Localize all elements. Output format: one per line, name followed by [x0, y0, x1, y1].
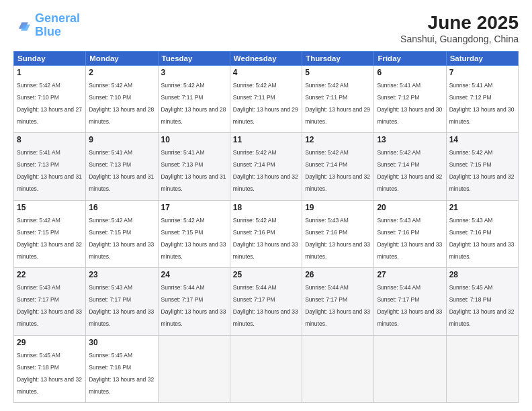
empty-cell [230, 335, 302, 402]
day-info: Sunrise: 5:45 AMSunset: 7:18 PMDaylight:… [89, 352, 154, 395]
calendar-week-row: 22 Sunrise: 5:43 AMSunset: 7:17 PMDaylig… [14, 268, 519, 335]
day-number: 23 [89, 270, 154, 279]
table-row: 19 Sunrise: 5:43 AMSunset: 7:16 PMDaylig… [302, 200, 374, 267]
day-info: Sunrise: 5:41 AMSunset: 7:12 PMDaylight:… [377, 82, 442, 125]
day-number: 21 [449, 203, 515, 212]
table-row: 5 Sunrise: 5:42 AMSunset: 7:11 PMDayligh… [302, 66, 374, 133]
table-row: 6 Sunrise: 5:41 AMSunset: 7:12 PMDayligh… [374, 66, 446, 133]
day-number: 16 [89, 203, 154, 212]
day-number: 12 [305, 135, 371, 144]
table-row: 23 Sunrise: 5:43 AMSunset: 7:17 PMDaylig… [86, 268, 158, 335]
day-info: Sunrise: 5:41 AMSunset: 7:12 PMDaylight:… [449, 82, 515, 125]
day-info: Sunrise: 5:42 AMSunset: 7:14 PMDaylight:… [233, 149, 298, 192]
day-number: 30 [89, 338, 154, 347]
day-info: Sunrise: 5:41 AMSunset: 7:13 PMDaylight:… [89, 149, 154, 192]
day-number: 14 [449, 135, 515, 144]
day-info: Sunrise: 5:42 AMSunset: 7:10 PMDaylight:… [17, 82, 82, 125]
table-row: 18 Sunrise: 5:42 AMSunset: 7:16 PMDaylig… [230, 200, 302, 267]
empty-cell [446, 335, 518, 402]
table-row: 4 Sunrise: 5:42 AMSunset: 7:11 PMDayligh… [230, 66, 302, 133]
day-info: Sunrise: 5:45 AMSunset: 7:18 PMDaylight:… [17, 352, 82, 395]
header-saturday: Saturday [446, 52, 518, 66]
table-row: 16 Sunrise: 5:42 AMSunset: 7:15 PMDaylig… [86, 200, 158, 267]
calendar-week-row: 1 Sunrise: 5:42 AMSunset: 7:10 PMDayligh… [14, 66, 519, 133]
title-block: June 2025 Sanshui, Guangdong, China [400, 12, 519, 44]
day-info: Sunrise: 5:42 AMSunset: 7:11 PMDaylight:… [161, 82, 226, 125]
logo: General Blue [13, 12, 80, 39]
table-row: 26 Sunrise: 5:44 AMSunset: 7:17 PMDaylig… [302, 268, 374, 335]
month-title: June 2025 [400, 12, 519, 34]
day-info: Sunrise: 5:43 AMSunset: 7:17 PMDaylight:… [17, 284, 82, 327]
day-number: 13 [377, 135, 443, 144]
day-info: Sunrise: 5:42 AMSunset: 7:11 PMDaylight:… [305, 82, 370, 125]
day-number: 7 [449, 68, 515, 77]
header-sunday: Sunday [14, 52, 86, 66]
table-row: 11 Sunrise: 5:42 AMSunset: 7:14 PMDaylig… [230, 133, 302, 200]
day-info: Sunrise: 5:41 AMSunset: 7:13 PMDaylight:… [17, 149, 82, 192]
day-info: Sunrise: 5:42 AMSunset: 7:16 PMDaylight:… [233, 217, 298, 260]
calendar-week-row: 29 Sunrise: 5:45 AMSunset: 7:18 PMDaylig… [14, 335, 519, 402]
table-row: 28 Sunrise: 5:45 AMSunset: 7:18 PMDaylig… [446, 268, 518, 335]
empty-cell [374, 335, 446, 402]
day-number: 29 [17, 338, 83, 347]
table-row: 17 Sunrise: 5:42 AMSunset: 7:15 PMDaylig… [158, 200, 230, 267]
day-number: 20 [377, 203, 443, 212]
day-number: 28 [449, 270, 515, 279]
table-row: 8 Sunrise: 5:41 AMSunset: 7:13 PMDayligh… [14, 133, 86, 200]
day-number: 24 [161, 270, 227, 279]
table-row: 3 Sunrise: 5:42 AMSunset: 7:11 PMDayligh… [158, 66, 230, 133]
header-wednesday: Wednesday [230, 52, 302, 66]
day-number: 27 [377, 270, 443, 279]
table-row: 10 Sunrise: 5:41 AMSunset: 7:13 PMDaylig… [158, 133, 230, 200]
day-info: Sunrise: 5:42 AMSunset: 7:10 PMDaylight:… [89, 82, 154, 125]
table-row: 12 Sunrise: 5:42 AMSunset: 7:14 PMDaylig… [302, 133, 374, 200]
day-info: Sunrise: 5:42 AMSunset: 7:15 PMDaylight:… [449, 149, 515, 192]
day-number: 2 [89, 68, 154, 77]
table-row: 22 Sunrise: 5:43 AMSunset: 7:17 PMDaylig… [14, 268, 86, 335]
day-number: 19 [305, 203, 371, 212]
day-number: 5 [305, 68, 371, 77]
table-row: 2 Sunrise: 5:42 AMSunset: 7:10 PMDayligh… [86, 66, 158, 133]
empty-cell [158, 335, 230, 402]
logo-line1: General [35, 11, 80, 25]
day-info: Sunrise: 5:45 AMSunset: 7:18 PMDaylight:… [449, 284, 515, 327]
day-number: 25 [233, 270, 299, 279]
day-info: Sunrise: 5:44 AMSunset: 7:17 PMDaylight:… [233, 284, 298, 327]
table-row: 21 Sunrise: 5:43 AMSunset: 7:16 PMDaylig… [446, 200, 518, 267]
day-info: Sunrise: 5:42 AMSunset: 7:15 PMDaylight:… [17, 217, 82, 260]
header-thursday: Thursday [302, 52, 374, 66]
table-row: 14 Sunrise: 5:42 AMSunset: 7:15 PMDaylig… [446, 133, 518, 200]
day-number: 1 [17, 68, 83, 77]
header-tuesday: Tuesday [158, 52, 230, 66]
logo-icon [13, 16, 32, 35]
table-row: 7 Sunrise: 5:41 AMSunset: 7:12 PMDayligh… [446, 66, 518, 133]
day-info: Sunrise: 5:42 AMSunset: 7:15 PMDaylight:… [89, 217, 154, 260]
day-info: Sunrise: 5:42 AMSunset: 7:14 PMDaylight:… [377, 149, 442, 192]
day-info: Sunrise: 5:44 AMSunset: 7:17 PMDaylight:… [161, 284, 226, 327]
day-number: 4 [233, 68, 299, 77]
day-info: Sunrise: 5:44 AMSunset: 7:17 PMDaylight:… [305, 284, 370, 327]
header-monday: Monday [86, 52, 158, 66]
location: Sanshui, Guangdong, China [400, 34, 519, 44]
table-row: 13 Sunrise: 5:42 AMSunset: 7:14 PMDaylig… [374, 133, 446, 200]
day-number: 3 [161, 68, 227, 77]
day-info: Sunrise: 5:42 AMSunset: 7:11 PMDaylight:… [233, 82, 298, 125]
day-number: 26 [305, 270, 371, 279]
day-info: Sunrise: 5:43 AMSunset: 7:16 PMDaylight:… [305, 217, 370, 260]
day-number: 22 [17, 270, 83, 279]
day-number: 9 [89, 135, 154, 144]
table-row: 27 Sunrise: 5:44 AMSunset: 7:17 PMDaylig… [374, 268, 446, 335]
logo-line2: Blue [35, 25, 61, 38]
calendar: Sunday Monday Tuesday Wednesday Thursday… [13, 51, 519, 403]
table-row: 25 Sunrise: 5:44 AMSunset: 7:17 PMDaylig… [230, 268, 302, 335]
day-number: 10 [161, 135, 227, 144]
table-row: 1 Sunrise: 5:42 AMSunset: 7:10 PMDayligh… [14, 66, 86, 133]
table-row: 30 Sunrise: 5:45 AMSunset: 7:18 PMDaylig… [86, 335, 158, 402]
table-row: 20 Sunrise: 5:43 AMSunset: 7:16 PMDaylig… [374, 200, 446, 267]
table-row: 9 Sunrise: 5:41 AMSunset: 7:13 PMDayligh… [86, 133, 158, 200]
logo-text: General Blue [35, 12, 80, 39]
header: General Blue June 2025 Sanshui, Guangdon… [13, 12, 519, 44]
day-info: Sunrise: 5:44 AMSunset: 7:17 PMDaylight:… [377, 284, 442, 327]
table-row: 24 Sunrise: 5:44 AMSunset: 7:17 PMDaylig… [158, 268, 230, 335]
empty-cell [302, 335, 374, 402]
